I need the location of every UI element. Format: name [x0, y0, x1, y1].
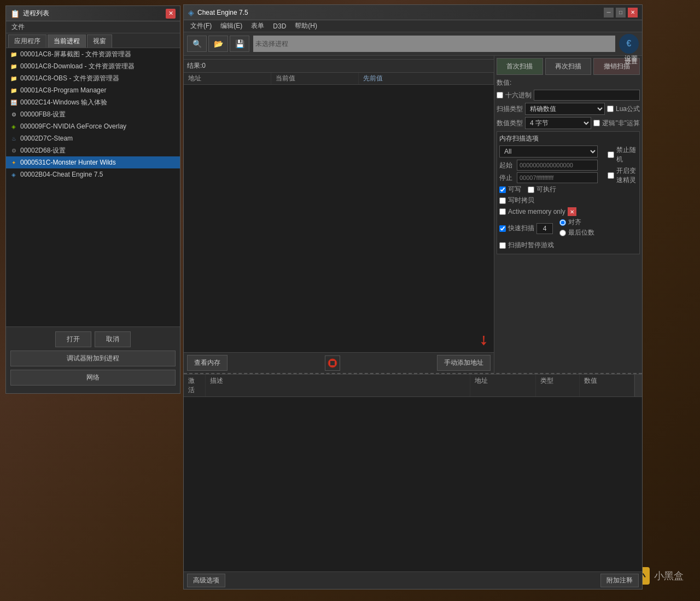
tab-applications[interactable]: 应用程序 [8, 34, 46, 48]
close-button[interactable]: ✕ [628, 8, 638, 17]
hex-checkbox[interactable] [497, 92, 503, 98]
writable-label[interactable]: 可写 [499, 185, 521, 194]
open-process-toolbar-btn[interactable]: 🔍 [187, 36, 207, 52]
col-previous-header: 先前值 [359, 73, 494, 84]
view-memory-button[interactable]: 查看内存 [187, 355, 228, 371]
col-active-header: 激活 [184, 375, 206, 396]
fast-scan-value-input[interactable] [536, 223, 553, 234]
align-radio[interactable] [559, 219, 566, 226]
pause-scan-label[interactable]: 扫描时暂停游戏 [499, 241, 554, 250]
tab-current-process[interactable]: 当前进程 [48, 34, 86, 48]
next-scan-button[interactable]: 再次扫描 [545, 58, 592, 75]
enable-speedhack-label[interactable]: 开启变速精灵 [608, 166, 637, 185]
cancel-button[interactable]: 取消 [95, 331, 131, 347]
scan-type-dropdown[interactable]: 精确数值 [525, 103, 605, 115]
process-name: 00002D7C-Steam [20, 135, 73, 142]
executable-label[interactable]: 可执行 [528, 185, 556, 194]
process-window-title: 进程列表 [23, 9, 166, 18]
stop-addr-input[interactable] [517, 172, 598, 183]
fast-scan-checkbox[interactable] [499, 225, 506, 232]
open-button[interactable]: 打开 [55, 331, 91, 347]
stop-scan-icon[interactable] [325, 355, 340, 371]
ce-toolbar: 🔍 📂 💾 未选择进程 € [184, 32, 642, 56]
lua-checkbox-label[interactable]: Lua公式 [607, 104, 640, 114]
pause-scan-checkbox[interactable] [499, 242, 506, 249]
fast-scan-label[interactable]: 快速扫描 [499, 224, 534, 233]
process-window-close[interactable]: ✕ [166, 9, 176, 19]
logic-not-checkbox[interactable] [593, 120, 600, 126]
start-addr-input[interactable] [517, 160, 598, 171]
open-file-toolbar-btn[interactable]: 📂 [208, 36, 228, 52]
results-table: ➘ [184, 85, 494, 352]
alignment-options: 对齐 最后位数 [559, 218, 594, 237]
advanced-options-button[interactable]: 高级选项 [187, 574, 225, 587]
gear-icon: ⚙ [9, 146, 18, 155]
list-item[interactable]: 📁 00001AC8-Download - 文件资源管理器 [6, 60, 180, 72]
menu-table[interactable]: 表单 [247, 20, 269, 32]
add-comment-button[interactable]: 附加注释 [600, 574, 639, 587]
value-row: 数值: [497, 78, 640, 87]
list-item[interactable]: 📁 00001AC8-OBS - 文件资源管理器 [6, 72, 180, 84]
list-item[interactable]: ♨ 00002D7C-Steam [6, 132, 180, 144]
menu-file[interactable]: 文件(F) [186, 20, 216, 32]
watermark-text: 小黑盒 [654, 569, 684, 582]
list-item[interactable]: ◈ 000009FC-NVIDIA GeForce Overlay [6, 120, 180, 132]
tab-windows[interactable]: 视窗 [87, 34, 112, 48]
list-scrollbar[interactable] [634, 375, 642, 396]
folder-icon: 📁 [9, 50, 18, 59]
col-description-header: 描述 [206, 375, 470, 396]
manual-add-button[interactable]: 手动添加地址 [437, 355, 491, 371]
process-menu-file[interactable]: 文件 [8, 21, 28, 33]
writable-checkbox[interactable] [499, 186, 506, 193]
network-button[interactable]: 网络 [10, 370, 176, 386]
enable-speedhack-checkbox[interactable] [608, 172, 614, 179]
copy-on-write-checkbox[interactable] [499, 197, 506, 204]
results-header: 结果:0 [184, 60, 494, 73]
list-item[interactable]: 📁 00001AC8-屏幕截图 - 文件资源管理器 [6, 48, 180, 60]
ce-window-buttons: ─ □ ✕ [604, 8, 638, 17]
active-memory-checkbox[interactable] [499, 208, 506, 215]
value-type-label: 数值类型 [497, 119, 523, 128]
hex-checkbox-label[interactable]: 十六进制 [497, 91, 532, 100]
first-scan-button[interactable]: 首次扫描 [497, 58, 543, 75]
list-item[interactable]: 🪟 00002C14-Windows 输入体验 [6, 96, 180, 108]
value-input-field[interactable] [534, 90, 640, 101]
lua-checkbox[interactable] [607, 106, 614, 112]
menu-d3d[interactable]: D3D [269, 21, 290, 31]
copy-on-write-label[interactable]: 写时拷贝 [499, 196, 534, 205]
debugger-attach-button[interactable]: 调试器附加到进程 [10, 351, 176, 366]
ce-logo: € [619, 34, 639, 54]
stop-randomize-checkbox[interactable] [608, 151, 614, 158]
active-memory-clear-btn[interactable]: ✕ [568, 207, 576, 216]
minimize-button[interactable]: ─ [604, 8, 614, 17]
start-addr-row: 起始 [499, 160, 598, 171]
memory-scan-dropdown[interactable]: All [499, 145, 598, 157]
logic-not-text: 逻辑"非"运算 [602, 119, 640, 128]
menu-edit[interactable]: 编辑(E) [216, 20, 247, 32]
last-digit-radio-label[interactable]: 最后位数 [559, 228, 594, 237]
value-type-dropdown[interactable]: 4 字节 [525, 117, 591, 129]
list-item-selected[interactable]: ✦ 0000531C-Monster Hunter Wilds [6, 156, 180, 168]
executable-checkbox[interactable] [528, 186, 534, 193]
list-item[interactable]: ⚙ 00000FB8-设置 [6, 108, 180, 120]
top-section: 设置 结果:0 地址 当前值 先前值 ➘ 查看内存 [184, 56, 642, 373]
list-item[interactable]: ◈ 00002B04-Cheat Engine 7.5 [6, 168, 180, 180]
memory-scan-title: 内存扫描选项 [499, 134, 637, 143]
settings-link[interactable]: 设置 [625, 56, 638, 63]
list-item[interactable]: ⚙ 00002D68-设置 [6, 144, 180, 156]
logic-not-label[interactable]: 逻辑"非"运算 [593, 119, 640, 128]
menu-help[interactable]: 帮助(H) [290, 20, 322, 32]
process-name: 00002B04-Cheat Engine 7.5 [20, 171, 103, 178]
list-item[interactable]: 📁 00001AC8-Program Manager [6, 84, 180, 96]
active-memory-label[interactable]: Active memory only [499, 208, 565, 215]
maximize-button[interactable]: □ [616, 8, 626, 17]
process-name: 00001AC8-Program Manager [20, 86, 106, 94]
align-text: 对齐 [568, 218, 581, 227]
stop-randomize-label[interactable]: 禁止随机 [608, 145, 637, 164]
align-radio-label[interactable]: 对齐 [559, 218, 594, 227]
memory-scan-options: 内存扫描选项 All 起始 停止 [497, 131, 640, 254]
last-digit-radio[interactable] [559, 230, 566, 236]
writable-executable-row: 可写 可执行 [499, 185, 598, 194]
save-toolbar-btn[interactable]: 💾 [230, 36, 249, 52]
process-selector-bar[interactable]: 未选择进程 [253, 36, 615, 52]
